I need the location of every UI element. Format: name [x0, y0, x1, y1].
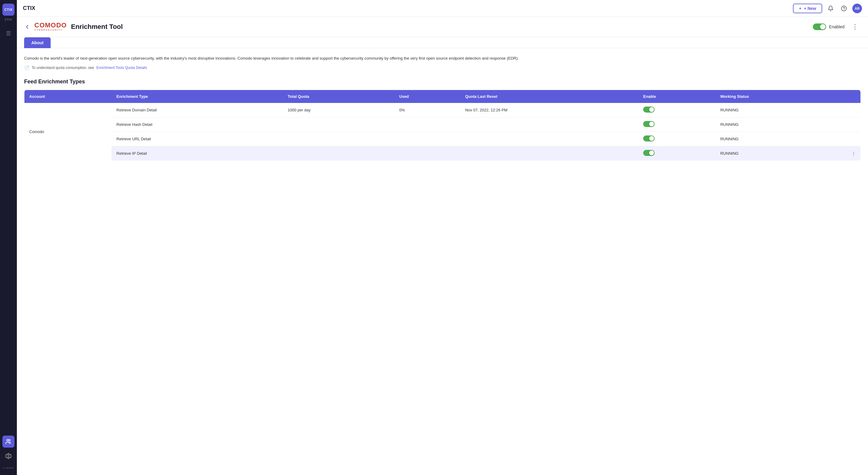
status-1: RUNNING: [715, 103, 847, 117]
col-account: Account: [24, 90, 112, 103]
total-quota-3: [283, 132, 395, 146]
total-quota-2: [283, 117, 395, 132]
help-icon[interactable]: [839, 4, 849, 13]
enable-section: Enabled: [813, 24, 844, 30]
new-button[interactable]: + + New: [793, 4, 822, 13]
toggle-ip[interactable]: [643, 150, 655, 156]
row-actions-3: [847, 132, 861, 146]
toggle-url[interactable]: [643, 135, 655, 141]
tool-more-button[interactable]: ⋮: [849, 22, 861, 32]
quota-prefix: To understand quota consumption, see: [32, 66, 94, 70]
used-2: [395, 117, 461, 132]
feed-section-title: Feed Enrichment Types: [24, 78, 861, 85]
total-quota-4: [283, 146, 395, 161]
table-header: Account Enrichment Type Total Quota Used…: [24, 90, 861, 103]
description-text: Comodo is the world's leader of next-gen…: [24, 56, 861, 62]
tool-header: COMODO CYBERSECURITY Enrichment Tool Ena…: [17, 17, 868, 37]
quota-last-reset-1: Nov 07, 2022, 12:26 PM: [460, 103, 638, 117]
status-4: RUNNING: [715, 146, 847, 161]
content-area: COMODO CYBERSECURITY Enrichment Tool Ena…: [17, 17, 868, 475]
table-row: Retrieve URL Detail RUNNING: [24, 132, 861, 146]
cyware-label: CYWARE: [3, 467, 14, 469]
row-actions-1: [847, 103, 861, 117]
comodo-logo: COMODO CYBERSECURITY: [34, 22, 67, 32]
col-total-quota: Total Quota: [283, 90, 395, 103]
enabled-toggle[interactable]: [813, 24, 826, 30]
col-quota-last-reset: Quota Last Reset: [460, 90, 638, 103]
col-working-status: Working Status: [715, 90, 847, 103]
tab-about[interactable]: About: [24, 37, 51, 48]
col-enrichment-type: Enrichment Type: [112, 90, 283, 103]
col-used: Used: [395, 90, 461, 103]
sidebar-users-icon[interactable]: [2, 436, 14, 448]
table-row: Retrieve IP Detail RUNNING ⋮: [24, 146, 861, 161]
sidebar-cyware-icon[interactable]: [2, 450, 14, 462]
row-more-button-4[interactable]: ⋮: [847, 146, 861, 161]
main-content: CTIX + + New AB: [17, 0, 868, 475]
status-3: RUNNING: [715, 132, 847, 146]
enrichment-type-1: Retrieve Domain Detail: [112, 103, 283, 117]
quota-last-reset-2: [460, 117, 638, 132]
toggle-domain[interactable]: [643, 107, 655, 112]
avatar[interactable]: AB: [852, 4, 862, 13]
page-content: Comodo is the world's leader of next-gen…: [17, 48, 868, 168]
sidebar-bottom: CYWARE: [2, 436, 14, 471]
status-2: RUNNING: [715, 117, 847, 132]
toggle-hash[interactable]: [643, 121, 655, 127]
tabs-bar: About: [17, 37, 868, 48]
quota-link[interactable]: Enrichment Tools Quota Details: [96, 66, 147, 70]
top-header: CTIX + + New AB: [17, 0, 868, 17]
svg-point-1: [8, 439, 10, 441]
enable-toggle-2[interactable]: [638, 117, 715, 132]
quota-last-reset-3: [460, 132, 638, 146]
quota-last-reset-4: [460, 146, 638, 161]
table-row: Comodo Retrieve Domain Detail 1000 per d…: [24, 103, 861, 117]
plus-icon: +: [799, 6, 801, 11]
table-row: Retrieve Hash Detail RUNNING: [24, 117, 861, 132]
enabled-label: Enabled: [829, 24, 844, 29]
app-logo[interactable]: CTIX: [2, 4, 14, 15]
comodo-sub: CYBERSECURITY: [34, 29, 67, 32]
menu-icon[interactable]: ☰: [0, 27, 17, 40]
comodo-text: COMODO: [34, 22, 67, 29]
row-actions-2: [847, 117, 861, 132]
enrichment-type-2: Retrieve Hash Detail: [112, 117, 283, 132]
tool-title: Enrichment Tool: [71, 23, 812, 31]
app-title: CTIX: [23, 5, 789, 11]
used-3: [395, 132, 461, 146]
used-4: [395, 146, 461, 161]
total-quota-1: 1000 per day: [283, 103, 395, 117]
col-actions: [847, 90, 861, 103]
enrichment-type-4: Retrieve IP Detail: [112, 146, 283, 161]
doc-icon: 📄: [24, 65, 29, 70]
used-1: 0%: [395, 103, 461, 117]
enrichment-table: Account Enrichment Type Total Quota Used…: [24, 90, 861, 161]
account-cell-comodo: Comodo: [24, 103, 112, 161]
notifications-icon[interactable]: [826, 4, 835, 13]
table-body: Comodo Retrieve Domain Detail 1000 per d…: [24, 103, 861, 161]
col-enable: Enable: [638, 90, 715, 103]
quota-link-row: 📄 To understand quota consumption, see E…: [24, 65, 861, 70]
enable-toggle-4[interactable]: [638, 146, 715, 161]
back-button[interactable]: [24, 24, 30, 30]
app-logo-sub: CTIX: [5, 18, 12, 21]
enrichment-type-3: Retrieve URL Detail: [112, 132, 283, 146]
enable-toggle-1[interactable]: [638, 103, 715, 117]
enable-toggle-3[interactable]: [638, 132, 715, 146]
sidebar: CTIX CTIX ☰ CYWARE: [0, 0, 17, 475]
